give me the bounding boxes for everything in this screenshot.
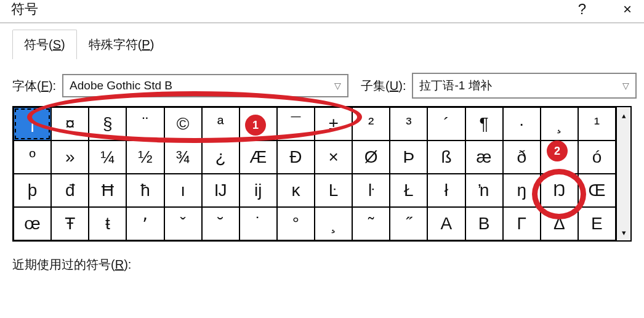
symbol-cell[interactable]: Δ bbox=[541, 207, 578, 240]
symbol-cell[interactable]: ´ bbox=[427, 107, 465, 141]
symbol-cell[interactable]: ½ bbox=[126, 141, 164, 174]
symbol-cell[interactable]: ˝ bbox=[390, 207, 427, 240]
font-value: Adobe Gothic Std B bbox=[70, 79, 172, 92]
recent-label: 近期使用过的符号(R): bbox=[12, 256, 632, 273]
subset-combobox[interactable]: 拉丁语-1 增补 ▽ bbox=[412, 73, 637, 99]
subset-label: 子集(U): bbox=[361, 78, 406, 94]
help-button[interactable]: ? bbox=[578, 1, 586, 18]
font-combobox[interactable]: Adobe Gothic Std B ▽ bbox=[62, 74, 348, 97]
symbol-cell[interactable]: º bbox=[14, 141, 51, 174]
symbol-cell[interactable]: Ŋ bbox=[541, 174, 578, 207]
symbol-cell[interactable]: ŀ bbox=[352, 174, 390, 207]
symbol-cell[interactable]: ¯ bbox=[277, 107, 315, 141]
symbol-cell[interactable]: ĸ bbox=[277, 174, 315, 207]
chevron-down-icon: ▽ bbox=[334, 81, 341, 91]
symbol-cell[interactable]: Γ bbox=[503, 207, 541, 240]
symbol-cell[interactable]: ł bbox=[427, 174, 465, 207]
chevron-down-icon: ▽ bbox=[622, 81, 629, 91]
symbol-cell[interactable]: ĳ bbox=[239, 174, 277, 207]
symbol-cell[interactable]: Ĳ bbox=[202, 174, 239, 207]
symbol-cell[interactable]: Œ bbox=[578, 174, 616, 207]
symbol-cell[interactable]: ¤ bbox=[51, 107, 89, 141]
symbol-cell[interactable]: ó bbox=[578, 141, 616, 174]
symbol-cell[interactable]: § bbox=[89, 107, 126, 141]
titlebar: 符号 ? × bbox=[0, 0, 644, 22]
symbol-cell[interactable]: ß bbox=[427, 141, 465, 174]
font-label: 字体(F): bbox=[12, 78, 56, 94]
symbol-cell[interactable]: ˘ bbox=[202, 207, 239, 240]
symbol-cell[interactable]: ð bbox=[503, 141, 541, 174]
symbol-cell[interactable]: ¾ bbox=[164, 141, 202, 174]
symbol-cell[interactable]: » bbox=[51, 141, 89, 174]
symbol-cell[interactable]: ÷ bbox=[541, 141, 578, 174]
symbol-cell[interactable]: Α bbox=[427, 207, 465, 240]
symbol-cell[interactable]: ¸ bbox=[541, 107, 578, 141]
symbol-cell[interactable]: Ŀ bbox=[315, 174, 352, 207]
tab-symbols[interactable]: 符号(S) bbox=[12, 30, 77, 59]
symbol-cell[interactable]: ¿ bbox=[202, 141, 239, 174]
tab-strip: 符号(S) 特殊字符(P) bbox=[12, 30, 632, 59]
symbol-cell[interactable]: Ð bbox=[277, 141, 315, 174]
symbol-grid: ¡¤§¨©ª«¯±²³´¶·¸¹º»¼½¾¿ÆÐ×ØÞßæð÷óþđĦħıĲĳĸ… bbox=[14, 107, 616, 240]
symbol-cell[interactable]: ¸ bbox=[315, 207, 352, 240]
scroll-down-icon[interactable]: ▾ bbox=[617, 224, 630, 240]
symbol-cell[interactable]: æ bbox=[465, 141, 503, 174]
scrollbar[interactable]: ▴ ▾ bbox=[616, 107, 630, 240]
symbol-cell[interactable]: ¨ bbox=[126, 107, 164, 141]
symbol-cell[interactable]: Ø bbox=[352, 141, 390, 174]
symbol-cell[interactable]: þ bbox=[14, 174, 51, 207]
symbol-cell[interactable]: Þ bbox=[390, 141, 427, 174]
symbol-cell[interactable]: ħ bbox=[126, 174, 164, 207]
symbol-cell[interactable]: ˜ bbox=[352, 207, 390, 240]
symbol-cell[interactable]: « bbox=[239, 107, 277, 141]
symbol-cell[interactable]: ¡ bbox=[14, 107, 51, 141]
symbol-cell[interactable]: ° bbox=[277, 207, 315, 240]
dialog-title: 符号 bbox=[11, 0, 38, 18]
symbol-cell[interactable]: œ bbox=[14, 207, 51, 240]
symbol-cell[interactable]: ¶ bbox=[465, 107, 503, 141]
symbol-cell[interactable]: ı bbox=[164, 174, 202, 207]
symbol-cell[interactable]: Ħ bbox=[89, 174, 126, 207]
symbol-cell[interactable]: ˙ bbox=[239, 207, 277, 240]
symbol-cell[interactable]: Ε bbox=[578, 207, 616, 240]
symbol-cell[interactable]: Ł bbox=[390, 174, 427, 207]
symbol-cell[interactable]: ŧ bbox=[89, 207, 126, 240]
close-button[interactable]: × bbox=[623, 1, 632, 18]
symbol-cell[interactable]: ŋ bbox=[503, 174, 541, 207]
symbol-cell[interactable]: ± bbox=[315, 107, 352, 141]
symbol-cell[interactable]: ¹ bbox=[578, 107, 616, 141]
tab-special-chars[interactable]: 特殊字符(P) bbox=[77, 30, 166, 59]
symbol-cell[interactable]: © bbox=[164, 107, 202, 141]
symbol-cell[interactable]: Æ bbox=[239, 141, 277, 174]
symbol-cell[interactable]: · bbox=[503, 107, 541, 141]
subset-value: 拉丁语-1 增补 bbox=[419, 78, 491, 94]
symbol-cell[interactable]: × bbox=[315, 141, 352, 174]
symbol-cell[interactable]: ³ bbox=[390, 107, 427, 141]
symbol-cell[interactable]: ˇ bbox=[164, 207, 202, 240]
symbol-cell[interactable]: ª bbox=[202, 107, 239, 141]
scroll-up-icon[interactable]: ▴ bbox=[617, 107, 630, 123]
symbol-cell[interactable]: ² bbox=[352, 107, 390, 141]
symbol-cell[interactable]: ŉ bbox=[465, 174, 503, 207]
symbol-cell[interactable]: Β bbox=[465, 207, 503, 240]
symbol-cell[interactable]: ʼ bbox=[126, 207, 164, 240]
symbol-grid-wrap: ¡¤§¨©ª«¯±²³´¶·¸¹º»¼½¾¿ÆÐ×ØÞßæð÷óþđĦħıĲĳĸ… bbox=[12, 106, 632, 242]
symbol-cell[interactable]: đ bbox=[51, 174, 89, 207]
symbol-cell[interactable]: ¼ bbox=[89, 141, 126, 174]
symbol-cell[interactable]: Ŧ bbox=[51, 207, 89, 240]
